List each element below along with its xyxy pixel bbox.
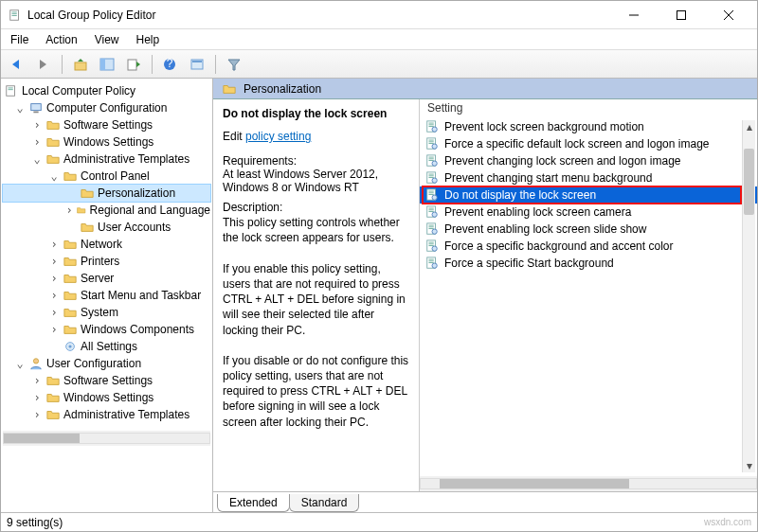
list-vertical-scrollbar[interactable]: ▴ ▾ xyxy=(742,120,755,472)
tab-standard[interactable]: Standard xyxy=(289,494,360,512)
computer-icon xyxy=(29,101,43,115)
policy-icon xyxy=(425,239,439,253)
tree-uc-windows-settings[interactable]: Windows Settings xyxy=(63,391,153,404)
show-hide-tree-button[interactable] xyxy=(97,54,117,75)
folder-icon xyxy=(63,238,77,251)
column-header-setting[interactable]: Setting xyxy=(420,99,757,116)
menu-help[interactable]: Help xyxy=(136,33,160,46)
tree-user-configuration[interactable]: User Configuration xyxy=(46,357,141,370)
edit-policy-link[interactable]: policy setting xyxy=(245,130,311,143)
svg-rect-61 xyxy=(429,226,434,227)
svg-rect-5 xyxy=(677,10,686,19)
tree-all-settings[interactable]: All Settings xyxy=(81,340,137,353)
settings-item[interactable]: Force a specific Start background xyxy=(420,255,757,272)
forward-button[interactable] xyxy=(33,54,54,75)
settings-item[interactable]: Force a specific background and accent c… xyxy=(420,238,757,255)
policy-icon xyxy=(425,120,439,133)
settings-item[interactable]: Prevent enabling lock screen camera xyxy=(420,204,757,221)
scroll-up-icon[interactable]: ▴ xyxy=(743,120,755,133)
settings-item-label: Force a specific default lock screen and… xyxy=(444,137,710,151)
expander[interactable]: › xyxy=(48,289,60,302)
tree-regional-language[interactable]: Regional and Language xyxy=(90,204,210,217)
policy-icon xyxy=(425,257,439,270)
expander[interactable]: › xyxy=(65,204,73,217)
svg-rect-62 xyxy=(429,228,434,229)
expander[interactable]: ⌄ xyxy=(31,152,43,166)
up-button[interactable] xyxy=(70,54,91,75)
settings-item-label: Do not display the lock screen xyxy=(444,188,596,202)
app-icon xyxy=(9,9,22,22)
export-button[interactable] xyxy=(123,54,144,75)
settings-item[interactable]: Prevent changing start menu background xyxy=(420,169,757,186)
scroll-down-icon[interactable]: ▾ xyxy=(743,459,755,472)
tree-windows-components[interactable]: Windows Components xyxy=(81,323,194,336)
svg-point-68 xyxy=(432,246,437,251)
settings-item[interactable]: Prevent enabling lock screen slide show xyxy=(420,221,757,238)
expander[interactable]: ⌄ xyxy=(14,101,26,115)
settings-item[interactable]: Do not display the lock screen xyxy=(420,186,757,204)
svg-text:?: ? xyxy=(167,58,173,70)
svg-rect-65 xyxy=(429,242,434,243)
list-horizontal-scrollbar[interactable] xyxy=(420,476,757,491)
tree-administrative-templates[interactable]: Administrative Templates xyxy=(63,152,190,166)
tree-computer-configuration[interactable]: Computer Configuration xyxy=(46,101,167,115)
folder-icon xyxy=(46,391,60,404)
expander[interactable]: › xyxy=(31,118,43,132)
tree-server[interactable]: Server xyxy=(81,272,114,285)
tab-extended[interactable]: Extended xyxy=(217,494,290,512)
tree-network[interactable]: Network xyxy=(81,238,122,251)
menu-file[interactable]: File xyxy=(10,33,28,46)
tree-windows-settings[interactable]: Windows Settings xyxy=(63,135,153,149)
help-button[interactable]: ? xyxy=(160,54,181,75)
expander[interactable]: › xyxy=(31,408,43,421)
expander[interactable]: › xyxy=(48,323,60,336)
menu-view[interactable]: View xyxy=(95,33,119,46)
menu-bar: File Action View Help xyxy=(1,29,757,50)
tree-personalization[interactable]: Personalization xyxy=(98,186,175,200)
maximize-button[interactable] xyxy=(660,2,702,28)
svg-rect-57 xyxy=(429,211,434,212)
tree-root[interactable]: Local Computer Policy xyxy=(22,84,135,98)
settings-item[interactable]: Force a specific default lock screen and… xyxy=(420,135,757,152)
minimize-button[interactable] xyxy=(613,2,655,28)
tree-system[interactable]: System xyxy=(81,306,118,319)
tree-software-settings[interactable]: Software Settings xyxy=(63,118,153,132)
menu-action[interactable]: Action xyxy=(45,33,77,46)
settings-item[interactable]: Prevent lock screen background motion xyxy=(420,118,757,135)
expander[interactable]: › xyxy=(31,374,43,387)
console-tree[interactable]: Local Computer Policy ⌄ Computer Configu… xyxy=(1,79,213,512)
folder-icon xyxy=(81,221,94,234)
tree-user-accounts[interactable]: User Accounts xyxy=(98,221,171,234)
expander[interactable]: ⌄ xyxy=(48,169,60,183)
settings-item[interactable]: Prevent changing lock screen and logon i… xyxy=(420,152,757,169)
back-button[interactable] xyxy=(7,54,27,75)
folder-icon xyxy=(63,306,77,319)
folder-icon xyxy=(77,204,85,217)
svg-rect-22 xyxy=(9,88,13,89)
close-button[interactable] xyxy=(708,2,749,28)
expander[interactable]: › xyxy=(48,306,60,319)
tree-uc-admin-templates[interactable]: Administrative Templates xyxy=(63,408,190,421)
folder-icon xyxy=(81,186,94,200)
properties-button[interactable] xyxy=(187,54,208,75)
tree-start-menu-taskbar[interactable]: Start Menu and Taskbar xyxy=(81,289,201,302)
tree-printers[interactable]: Printers xyxy=(81,255,119,268)
expander[interactable]: › xyxy=(48,238,60,251)
folder-icon xyxy=(46,374,60,387)
expander[interactable]: › xyxy=(48,272,60,285)
svg-point-38 xyxy=(432,144,437,149)
selected-policy-title: Do not display the lock screen xyxy=(223,107,409,120)
svg-rect-66 xyxy=(429,243,434,244)
expander[interactable]: › xyxy=(48,255,60,268)
svg-rect-60 xyxy=(429,225,434,226)
tree-uc-software-settings[interactable]: Software Settings xyxy=(63,374,153,387)
expander[interactable]: ⌄ xyxy=(14,357,26,370)
folder-icon xyxy=(46,135,60,149)
svg-rect-47 xyxy=(429,177,434,178)
tree-control-panel[interactable]: Control Panel xyxy=(81,169,150,183)
tree-horizontal-scrollbar[interactable] xyxy=(3,431,210,446)
filter-button[interactable] xyxy=(224,54,244,75)
scroll-thumb[interactable] xyxy=(744,149,754,215)
expander[interactable]: › xyxy=(31,391,43,404)
expander[interactable]: › xyxy=(31,135,43,149)
